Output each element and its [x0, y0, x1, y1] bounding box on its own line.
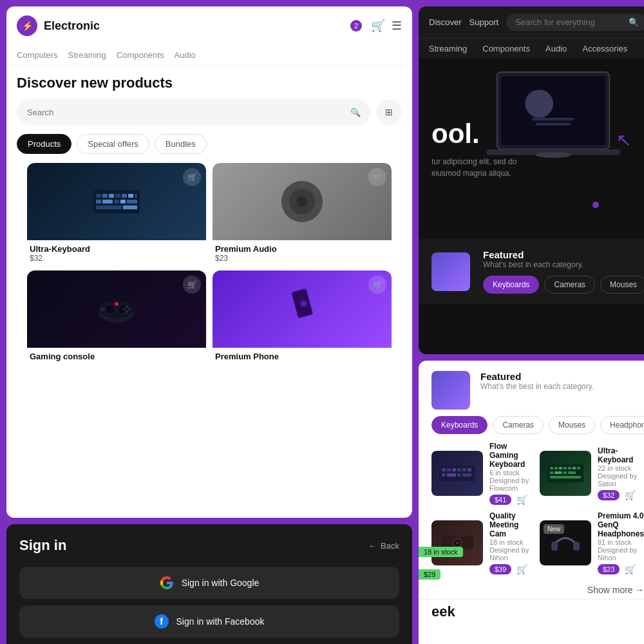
panel-signin: Sign in ← Back Sign in with Google f Sig… [6, 524, 412, 644]
tab-products[interactable]: Products [17, 134, 71, 154]
tab-mouses[interactable]: Mouses [600, 276, 644, 294]
svg-rect-12 [462, 468, 466, 471]
featured-section: Featured What's best in each category. K… [419, 239, 644, 304]
card-cart-icon[interactable]: 🛒 [183, 276, 201, 294]
product-info: Flow Gaming Keyboard 6 in stock Designed… [489, 442, 533, 505]
white-tab-mouses[interactable]: Mouses [549, 416, 595, 434]
cart-icon[interactable]: 🛒 [371, 19, 385, 33]
subnav-audio[interactable]: Audio [545, 44, 567, 53]
nav-components[interactable]: Components [117, 45, 164, 65]
product-card-info: Premium Audio $23 [213, 240, 392, 264]
search-icon: 🔍 [629, 17, 639, 27]
search-bar[interactable]: 🔍 [506, 14, 644, 31]
product-info: Premium 4.0 GenQ Headphones 81 in stock … [598, 511, 644, 574]
app-search-bar[interactable]: 🔍 [17, 99, 371, 125]
white-featured-thumb [431, 371, 470, 410]
svg-point-65 [126, 305, 128, 308]
add-to-cart-icon[interactable]: 🛒 [516, 564, 527, 574]
product-name: Ultra-Keyboard [598, 446, 644, 464]
tab-keyboards[interactable]: Keyboards [483, 276, 539, 294]
product-name: Premium 4.0 GenQ Headphones [598, 511, 644, 538]
product-info: Ultra-Keyboard 22 in stock Designed by S… [598, 446, 644, 500]
tab-cameras[interactable]: Cameras [544, 276, 595, 294]
product-designer: Designed by Satori [598, 472, 644, 488]
nav-computers[interactable]: Computers [17, 45, 58, 65]
product-card-price: $23 [215, 254, 389, 263]
product-card-image: 🛒 [213, 163, 392, 240]
svg-rect-4 [536, 122, 571, 125]
filter-button[interactable]: ⊞ [376, 99, 402, 125]
price-tag-small: $29 [419, 569, 440, 580]
featured-thumbnail [431, 252, 470, 291]
product-card-phone: 🛒 Premium Phone [213, 270, 392, 363]
list-item: New Premium 4.0 GenQ Headphones 81 in st… [540, 511, 644, 574]
back-button[interactable]: ← Back [368, 541, 399, 551]
back-arrow-icon: ← [368, 541, 377, 551]
card-cart-icon[interactable]: 🛒 [368, 168, 386, 186]
featured-title: Featured [483, 249, 644, 260]
card-cart-icon[interactable]: 🛒 [368, 276, 386, 294]
add-to-cart-icon[interactable]: 🛒 [516, 495, 527, 505]
svg-rect-17 [462, 473, 471, 477]
white-tab-keyboards[interactable]: Keyboards [431, 416, 488, 434]
tab-bundles[interactable]: Bundles [155, 134, 207, 154]
tab-special-offers[interactable]: Special offers [77, 134, 149, 154]
laptop-svg [483, 65, 638, 205]
signin-header: Sign in ← Back [19, 537, 399, 554]
app-tabs: Products Special offers Bundles [17, 134, 402, 154]
product-stock: 22 in stock [598, 464, 644, 472]
add-to-cart-icon[interactable]: 🛒 [625, 564, 636, 574]
product-image-keyboard [431, 451, 483, 496]
svg-point-66 [128, 308, 131, 310]
bottom-title-section: eek [419, 599, 644, 624]
price-row: $32 🛒 [598, 490, 644, 500]
svg-rect-39 [96, 194, 101, 198]
dark-navbar: Discover Support 🔍 🛒 Sign In [419, 6, 644, 38]
signin-google-label: Sign in with Google [182, 578, 260, 588]
show-more-link[interactable]: Show more → [419, 581, 644, 599]
nav-streaming[interactable]: Streaming [68, 45, 106, 65]
price-badge: $41 [489, 495, 511, 505]
white-tab-headphones[interactable]: Headphones [600, 416, 644, 434]
svg-rect-49 [120, 200, 126, 204]
product-card-info: Gaming console [27, 348, 206, 363]
product-card-image: 🛒 [27, 270, 206, 348]
svg-rect-23 [568, 467, 571, 469]
panel-right: ⚡ Electronic 2 🛒 ☰ Computers Streaming C… [6, 6, 412, 644]
signin-facebook-button[interactable]: f Sign in with Facebook [19, 605, 399, 638]
dark-subnav: Streaming Components Audio Accessories [419, 38, 644, 59]
search-input[interactable] [515, 17, 623, 27]
svg-rect-29 [568, 471, 576, 474]
lightning-icon: ⚡ [22, 21, 33, 31]
product-stock: 18 in stock [489, 538, 533, 546]
white-tab-cameras[interactable]: Cameras [493, 416, 544, 434]
app-search-input[interactable] [27, 108, 345, 117]
subnav-components[interactable]: Components [482, 44, 530, 53]
product-card-name: Gaming console [30, 352, 204, 361]
nav-audio[interactable]: Audio [175, 45, 196, 65]
svg-rect-30 [550, 476, 581, 478]
svg-rect-27 [554, 471, 562, 474]
svg-rect-26 [550, 471, 553, 474]
card-cart-icon[interactable]: 🛒 [183, 168, 201, 186]
nav-discover[interactable]: Discover [429, 17, 462, 27]
subnav-accessories[interactable]: Accessories [582, 44, 627, 53]
featured-subtitle: What's best in each category. [483, 260, 644, 269]
nav-support[interactable]: Support [469, 17, 499, 27]
price-badge: $39 [489, 564, 511, 574]
svg-rect-37 [573, 542, 580, 551]
signin-google-button[interactable]: Sign in with Google [19, 567, 399, 599]
subnav-streaming[interactable]: Streaming [429, 44, 467, 53]
price-row: $23 🛒 [598, 564, 644, 574]
add-to-cart-icon[interactable]: 🛒 [625, 490, 636, 500]
svg-rect-48 [114, 200, 119, 204]
new-badge: New [544, 524, 564, 534]
menu-icon[interactable]: ☰ [392, 19, 402, 33]
svg-point-60 [105, 304, 115, 314]
white-tabs: Keyboards Cameras Mouses Headphones [419, 416, 644, 442]
show-more-label: Show more [587, 585, 633, 595]
filter-icon: ⊞ [385, 107, 393, 117]
svg-rect-3 [532, 118, 574, 120]
svg-point-2 [525, 90, 553, 118]
svg-rect-36 [551, 542, 558, 551]
